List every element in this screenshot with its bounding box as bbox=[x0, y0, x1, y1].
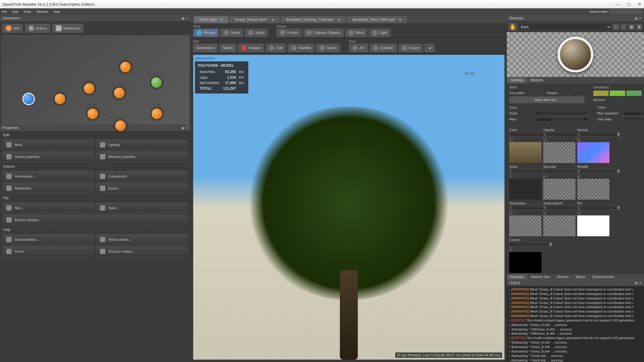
documentation-button[interactable]: Documentation... bbox=[3, 234, 94, 245]
minimize-icon[interactable]: — bbox=[615, 1, 620, 7]
randomize-button[interactable]: Randomize bbox=[3, 183, 94, 194]
map-enable-checkbox[interactable]: ✓ bbox=[543, 211, 547, 214]
zoom-button[interactable]: Zoom bbox=[245, 29, 268, 37]
node-trunk[interactable]: Trunk bbox=[54, 88, 66, 106]
ao-button[interactable]: AO bbox=[349, 44, 368, 52]
lighting-button[interactable]: Lighting bbox=[97, 139, 188, 150]
map-value-input[interactable] bbox=[577, 169, 617, 173]
gizmo-button[interactable]: Gizmo bbox=[316, 44, 340, 52]
generators-button[interactable]: Generators bbox=[193, 44, 218, 52]
map-enable-checkbox[interactable]: ✓ bbox=[509, 137, 513, 141]
meshes-subtab[interactable]: Meshes bbox=[527, 77, 547, 83]
menu-edit[interactable]: Edit bbox=[13, 10, 18, 13]
delete-material-button[interactable]: 🗑 bbox=[636, 24, 642, 30]
tab-close-icon[interactable]: ✕ bbox=[399, 18, 402, 22]
scale-input[interactable] bbox=[535, 111, 588, 116]
wind-button[interactable]: Wind bbox=[345, 29, 367, 37]
browse-samples-button[interactable]: Browse samples... bbox=[3, 215, 188, 225]
visibility-button[interactable]: Visibility bbox=[288, 44, 314, 52]
node-big-branch-2[interactable]: Big Branc... bbox=[110, 114, 130, 133]
map-thumbnail[interactable] bbox=[543, 179, 575, 200]
map-thumbnail[interactable] bbox=[509, 215, 541, 236]
map-enable-checkbox[interactable]: ✓ bbox=[509, 211, 513, 214]
document-tab[interactable]: TreeA.spm✕ bbox=[194, 16, 228, 23]
back-button[interactable]: ◄ bbox=[425, 44, 435, 52]
hand-icon[interactable]: ✋ bbox=[509, 23, 517, 31]
node-cap-1[interactable]: Cap bbox=[119, 56, 132, 74]
variation-swatch[interactable] bbox=[610, 91, 625, 96]
collision-button[interactable]: Collision bbox=[370, 44, 397, 52]
search-input[interactable] bbox=[609, 9, 642, 14]
panel-dock-icon[interactable]: ▣ bbox=[635, 281, 638, 285]
import-material-button[interactable]: ↑ bbox=[621, 24, 627, 30]
materials-bottom-tab[interactable]: Meshes bbox=[554, 274, 572, 279]
materials-bottom-tab[interactable]: Masks bbox=[572, 274, 589, 279]
open-button[interactable]: Open... bbox=[97, 203, 188, 213]
menu-help[interactable]: Help bbox=[54, 10, 61, 13]
map-value-input[interactable] bbox=[577, 206, 617, 210]
viewport[interactable]: perspective POLYGONS - MODEL branches:92… bbox=[193, 55, 504, 360]
node-cap-3[interactable]: Cap bbox=[151, 102, 163, 121]
panel-close-icon[interactable]: ✕ bbox=[639, 281, 642, 285]
collision-objects-button[interactable]: Collision Objects bbox=[303, 29, 343, 37]
node-big-branch-1[interactable]: Big Branc... bbox=[79, 77, 99, 95]
global-properties-button[interactable]: Global properties bbox=[3, 151, 94, 162]
make-new-set-button[interactable]: Make New Set... bbox=[509, 97, 584, 103]
chevron-down-icon[interactable]: ▾ bbox=[617, 206, 620, 210]
atlas-select[interactable]: Default bbox=[535, 117, 588, 122]
map-value-input[interactable] bbox=[509, 242, 549, 247]
map-thumbnail[interactable] bbox=[577, 215, 609, 236]
chevron-down-icon[interactable]: ▾ bbox=[617, 132, 620, 137]
map-enable-checkbox[interactable]: ✓ bbox=[543, 174, 547, 178]
map-enable-checkbox[interactable]: ✓ bbox=[577, 174, 581, 178]
menu-window[interactable]: Window bbox=[36, 10, 48, 13]
maximize-icon[interactable]: ◻ bbox=[627, 1, 631, 7]
wind-wizard-button[interactable]: Wind wizard... bbox=[3, 171, 94, 182]
map-enable-checkbox[interactable]: ✓ bbox=[509, 174, 513, 178]
user-data-input[interactable] bbox=[623, 117, 644, 122]
map-enable-checkbox[interactable]: ✓ bbox=[577, 137, 581, 141]
variation-swatch[interactable] bbox=[626, 91, 642, 96]
document-tab[interactable]: Broadleaf_Hero_Field.spm✕ bbox=[347, 16, 407, 23]
add-button[interactable]: +Add bbox=[2, 24, 23, 33]
variation-swatch[interactable] bbox=[593, 91, 609, 96]
close-icon[interactable]: ✕ bbox=[638, 1, 642, 7]
panel-dock-icon[interactable]: ▣ bbox=[182, 16, 185, 20]
map-enable-checkbox[interactable]: ✓ bbox=[543, 137, 547, 141]
window-properties-button[interactable]: Window properties bbox=[97, 151, 188, 162]
panel-close-icon[interactable]: ✕ bbox=[186, 16, 188, 20]
tab-close-icon[interactable]: ✕ bbox=[338, 18, 340, 22]
document-tab[interactable]: Broadleaf_Desktop_Field.spm✕ bbox=[281, 16, 346, 23]
nodes-button[interactable]: Nodes bbox=[219, 44, 236, 52]
node-leaf-mesh[interactable]: Leaf Mesh bbox=[148, 71, 166, 89]
season-button[interactable]: Season bbox=[238, 44, 264, 52]
panel-close-icon[interactable]: ✕ bbox=[186, 126, 188, 130]
map-value-input[interactable] bbox=[577, 132, 617, 137]
map-thumbnail[interactable] bbox=[577, 142, 609, 163]
tab-close-icon[interactable]: ✕ bbox=[220, 18, 223, 22]
panel-close-icon[interactable]: ✕ bbox=[639, 16, 642, 20]
panel-dock-icon[interactable]: ▣ bbox=[635, 16, 638, 20]
node-cap-2[interactable]: Cap bbox=[86, 102, 99, 121]
menu-file[interactable]: File bbox=[2, 10, 7, 13]
copy-material-button[interactable]: ▦ bbox=[628, 24, 634, 30]
two-sided-checkbox[interactable] bbox=[535, 91, 539, 95]
map-thumbnail[interactable] bbox=[509, 252, 541, 273]
output-log[interactable]: > [WARNING] Mesh 'Grass_A Cutout' does n… bbox=[507, 286, 644, 362]
chevron-down-icon[interactable]: ▾ bbox=[549, 242, 552, 247]
tab-close-icon[interactable]: ✕ bbox=[271, 18, 274, 22]
materials-bottom-tab[interactable]: Material Sets bbox=[527, 274, 554, 279]
map-enable-checkbox[interactable]: ✓ bbox=[509, 247, 513, 251]
wind-button[interactable]: Wind bbox=[3, 139, 94, 150]
map-enable-checkbox[interactable]: ✓ bbox=[577, 211, 581, 214]
max-res-select[interactable]: Default bbox=[623, 111, 644, 116]
map-thumbnail[interactable] bbox=[543, 142, 575, 163]
node-graph[interactable]: Tree Trunk Big Branc... Cap Little Bran.… bbox=[1, 35, 190, 125]
map-thumbnail[interactable] bbox=[509, 142, 541, 163]
material-select[interactable]: Bark bbox=[519, 24, 611, 30]
show-button[interactable]: Show bbox=[220, 29, 243, 37]
map-thumbnail[interactable] bbox=[577, 179, 609, 200]
render-button[interactable]: Render bbox=[193, 29, 219, 37]
chevron-down-icon[interactable]: ▾ bbox=[617, 169, 620, 173]
shop-button[interactable]: Shop for models... bbox=[97, 246, 188, 257]
